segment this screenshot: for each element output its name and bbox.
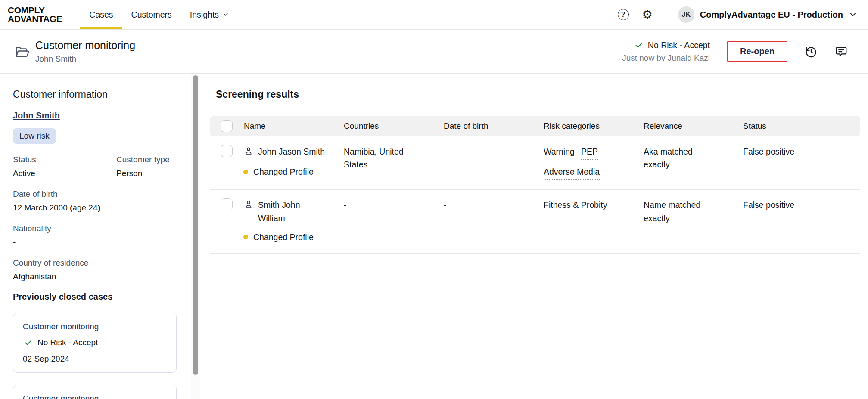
nav-item-cases[interactable]: Cases <box>80 0 122 29</box>
risk-category-link[interactable]: PEP <box>581 145 598 160</box>
name-cell: Smith John William Changed Profile <box>244 190 344 253</box>
closed-case-date: 02 Sep 2024 <box>23 354 167 364</box>
entity-name: John Jason Smith <box>258 145 325 158</box>
changed-profile-tag: Changed Profile <box>253 165 314 178</box>
closed-case-card: Customer monitoring <box>13 385 177 399</box>
field-label-status: Status <box>13 155 116 164</box>
closed-case-link[interactable]: Customer monitoring <box>23 394 99 399</box>
customer-info-panel: Customer information John Smith Low risk… <box>0 74 191 399</box>
status-cell: False positive <box>743 190 860 253</box>
check-icon <box>635 41 644 50</box>
case-header: Customer monitoring John Smith No Risk -… <box>0 30 868 74</box>
resolution-status: No Risk - Accept <box>648 40 710 50</box>
settings-button[interactable]: ⚙ <box>641 9 653 21</box>
risk-categories-cell: Fitness & Probity <box>544 190 644 253</box>
gear-icon: ⚙ <box>642 9 653 21</box>
field-label-customer-type: Customer type <box>116 155 180 164</box>
primary-nav: Cases Customers Insights <box>80 0 238 29</box>
dob-cell: - <box>444 190 544 253</box>
chevron-down-icon <box>222 11 229 18</box>
closed-case-resolution: No Risk - Accept <box>37 338 98 347</box>
field-label-dob: Date of birth <box>13 189 180 199</box>
nav-item-customers[interactable]: Customers <box>122 0 181 29</box>
column-header-risk-categories: Risk categories <box>544 121 644 131</box>
company-logo[interactable]: COMPLY ADVANTAGE <box>8 6 62 23</box>
status-cell: False positive <box>743 136 860 189</box>
field-label-residence: Country of residence <box>13 258 180 268</box>
top-nav: COMPLY ADVANTAGE Cases Customers Insight… <box>0 0 868 30</box>
sidebar-heading: Customer information <box>13 89 180 100</box>
column-header-dob: Date of birth <box>444 121 544 131</box>
nav-divider <box>666 8 666 21</box>
page-subtitle: John Smith <box>35 54 135 64</box>
risk-category: Fitness & Probity <box>544 198 607 211</box>
changed-profile-dot <box>243 170 248 174</box>
row-checkbox[interactable] <box>221 198 233 210</box>
row-checkbox[interactable] <box>221 145 233 157</box>
field-value-residence: Afghanistan <box>13 272 180 281</box>
field-value-dob: 12 March 2000 (age 24) <box>13 203 180 213</box>
relevance-cell: Aka matched exactly <box>644 136 743 189</box>
field-value-customer-type: Person <box>116 169 180 178</box>
field-value-status: Active <box>13 169 116 178</box>
account-name: ComplyAdvantage EU - Production <box>700 10 843 20</box>
nav-item-cases-label: Cases <box>89 10 113 20</box>
table-row: Smith John William Changed Profile - - F… <box>210 190 860 254</box>
sidebar-scrollbar-thumb[interactable] <box>193 75 198 375</box>
changed-profile-dot <box>243 235 248 239</box>
logo-line-1: COMPLY <box>8 6 62 15</box>
history-icon <box>805 45 818 58</box>
customer-profile-link[interactable]: John Smith <box>13 111 60 121</box>
closed-cases-heading: Previously closed cases <box>13 292 180 302</box>
screening-results-heading: Screening results <box>216 89 860 100</box>
folder-icon <box>14 44 31 62</box>
screening-results-table: Name Countries Date of birth Risk catego… <box>210 116 860 254</box>
changed-profile-tag: Changed Profile <box>253 231 314 244</box>
column-header-status: Status <box>743 121 860 131</box>
page-title: Customer monitoring <box>35 39 135 52</box>
person-icon <box>244 146 253 159</box>
check-icon <box>24 339 32 347</box>
relevance-cell: Name matched exactly <box>644 190 743 253</box>
avatar: JK <box>678 6 694 23</box>
account-menu[interactable]: JK ComplyAdvantage EU - Production <box>678 6 857 23</box>
reopen-button[interactable]: Re-open <box>727 41 787 62</box>
closed-case-card: Customer monitoring No Risk - Accept 02 … <box>13 313 177 373</box>
risk-category: Warning <box>544 145 575 158</box>
closed-case-link[interactable]: Customer monitoring <box>23 322 99 331</box>
comments-button[interactable] <box>835 45 848 58</box>
chevron-down-icon <box>849 10 857 19</box>
nav-item-customers-label: Customers <box>131 10 172 20</box>
help-button[interactable]: ? <box>617 9 629 21</box>
sidebar-scrollbar <box>191 74 200 399</box>
field-value-nationality: - <box>13 238 180 247</box>
risk-badge: Low risk <box>13 128 56 144</box>
column-header-relevance: Relevance <box>644 121 743 131</box>
name-cell: John Jason Smith Changed Profile <box>244 136 344 189</box>
risk-categories-cell: Warning PEP Adverse Media <box>544 136 644 189</box>
column-header-name: Name <box>244 121 344 131</box>
help-icon: ? <box>618 9 629 20</box>
column-header-countries: Countries <box>344 121 444 131</box>
resolution-meta: Just now by Junaid Kazi <box>622 53 710 63</box>
history-button[interactable] <box>805 45 818 58</box>
risk-category-link[interactable]: Adverse Media <box>544 165 600 180</box>
nav-item-insights-label: Insights <box>190 10 219 20</box>
comment-icon <box>835 45 848 58</box>
dob-cell: - <box>444 136 544 189</box>
screening-results-panel: Screening results Name Countries Date of… <box>200 74 868 399</box>
select-all-checkbox[interactable] <box>221 120 233 132</box>
table-row: John Jason Smith Changed Profile Namibia… <box>210 136 860 190</box>
person-icon <box>244 200 253 213</box>
countries-cell: - <box>344 190 444 253</box>
table-header-row: Name Countries Date of birth Risk catego… <box>210 116 860 136</box>
countries-cell: Namibia, United States <box>344 136 444 189</box>
entity-name: Smith John William <box>258 198 314 224</box>
logo-line-2: ADVANTAGE <box>8 15 62 23</box>
nav-item-insights[interactable]: Insights <box>181 0 238 29</box>
field-label-nationality: Nationality <box>13 224 180 233</box>
